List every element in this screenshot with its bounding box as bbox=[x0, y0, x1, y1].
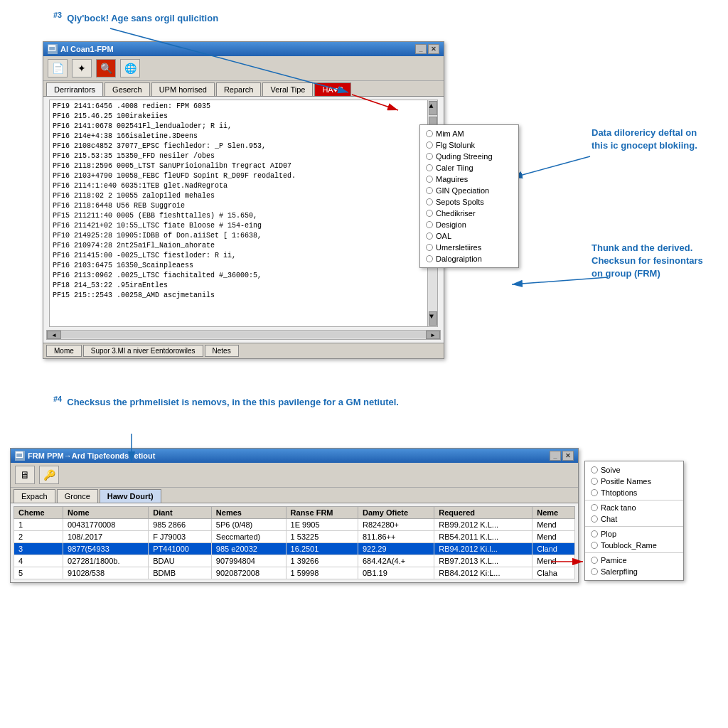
log-area[interactable]: PF19 2141:6456 .4008 redien: FPM 6035 PF… bbox=[49, 100, 438, 327]
file-button[interactable]: 📄 bbox=[48, 59, 68, 77]
window-2-tabs: Expach Gronce Hawv Dourt) bbox=[11, 488, 578, 503]
cell-5-2: BDMB bbox=[149, 567, 212, 579]
log-line-14: PF16 210974:28 2nt25a1Fl_Naion_ahorate bbox=[53, 241, 434, 251]
minimize-button[interactable]: _ bbox=[415, 44, 427, 54]
scrollbar-up-arrow[interactable]: ▲ bbox=[429, 101, 437, 115]
dropdown-1-item-0[interactable]: Mim AM bbox=[420, 128, 518, 139]
dropdown-2-label-1: Positle Names bbox=[601, 477, 651, 486]
dropdown-2-item-4[interactable]: Chat bbox=[585, 513, 683, 525]
window-2-title: FRM PPM→Ard Tipefeonds retiout bbox=[28, 451, 155, 460]
dropdown-1-label-4: Maguires bbox=[436, 175, 468, 183]
bottom-tab-netes[interactable]: Netes bbox=[205, 345, 239, 357]
radio-dot-0 bbox=[426, 130, 433, 137]
annotation-4: #4 Checksus the prhmelisiet is nemovs, i… bbox=[53, 395, 399, 407]
w2-screen-button[interactable]: 🖥 bbox=[15, 466, 35, 484]
tab-upm[interactable]: UPM horrised bbox=[151, 82, 215, 96]
table-row[interactable]: 4 027281/1800b. BDAU 907994804 1 39266 6… bbox=[14, 555, 575, 567]
tab-reparch[interactable]: Reparch bbox=[216, 82, 262, 96]
close-button[interactable]: ✕ bbox=[428, 44, 439, 54]
table-row[interactable]: 1 00431770008 985 2866 5P6 (0/48) 1E 990… bbox=[14, 519, 575, 531]
dropdown-2-label-5: Plop bbox=[601, 530, 616, 538]
dropdown-1-item-10[interactable]: Umersletiires bbox=[420, 242, 518, 253]
h-scrollbar[interactable]: ◄ ► bbox=[46, 330, 441, 340]
window-2-title-left: 🗔 FRM PPM→Ard Tipefeonds retiout bbox=[15, 451, 155, 461]
dropdown-2-label-6: Toublock_Rame bbox=[601, 541, 657, 550]
tab-hap[interactable]: HA♥P bbox=[314, 82, 350, 96]
tab-gronce[interactable]: Gronce bbox=[57, 489, 98, 503]
window-1: 🗔 Al Coan1-FPM _ ✕ 📄 ✦ 🔍 🌐 Derrirantors … bbox=[43, 41, 444, 359]
dropdown-2-item-2[interactable]: Thtoptions bbox=[585, 487, 683, 498]
dropdown-2-item-5[interactable]: Plop bbox=[585, 528, 683, 540]
window-2-controls: _ ✕ bbox=[550, 451, 574, 461]
tab-derrirantors[interactable]: Derrirantors bbox=[46, 82, 103, 96]
window-1-title-left: 🗔 Al Coan1-FPM bbox=[48, 44, 114, 54]
radio-dot-4 bbox=[426, 176, 433, 183]
cell-3-0: 3 bbox=[14, 543, 63, 555]
tab-hawv[interactable]: Hawv Dourt) bbox=[100, 489, 161, 503]
h-scroll-left[interactable]: ◄ bbox=[47, 331, 61, 339]
window-1-controls: _ ✕ bbox=[415, 44, 439, 54]
radio-dot-9 bbox=[426, 232, 433, 240]
dropdown-1-item-3[interactable]: Caler Tiing bbox=[420, 162, 518, 173]
tab-expach[interactable]: Expach bbox=[14, 489, 55, 503]
cell-3-3: 985 e20032 bbox=[211, 543, 286, 555]
cell-1-2: 985 2866 bbox=[149, 519, 212, 531]
cell-2-3: Seccmarted) bbox=[211, 531, 286, 543]
h-scroll-right[interactable]: ► bbox=[426, 331, 440, 339]
table-row-selected[interactable]: 3 9877(54933 PT441000 985 e20032 16.2501… bbox=[14, 543, 575, 555]
dropdown-2-label-4: Chat bbox=[601, 515, 617, 523]
cell-3-1: 9877(54933 bbox=[63, 543, 149, 555]
dropdown-1-label-8: Desigion bbox=[436, 220, 466, 229]
dropdown-2-item-0[interactable]: Soive bbox=[585, 464, 683, 476]
w2-close-button[interactable]: ✕ bbox=[562, 451, 574, 461]
dropdown-1-item-8[interactable]: Desigion bbox=[420, 219, 518, 230]
w2-minimize-button[interactable]: _ bbox=[550, 451, 561, 461]
w2-key-button[interactable]: 🔑 bbox=[39, 466, 59, 484]
dropdown-1-item-11[interactable]: Dalograiption bbox=[420, 253, 518, 264]
log-line-1: PF16 215.46.25 100irakeiies bbox=[53, 112, 434, 122]
dropdown-1-item-4[interactable]: Maguires bbox=[420, 173, 518, 185]
dropdown-1-item-6[interactable]: Sepots Spolts bbox=[420, 196, 518, 208]
dropdown-2-item-8[interactable]: Salerpfling bbox=[585, 566, 683, 577]
radio-dot-d2-7 bbox=[591, 557, 598, 564]
log-container: PF19 2141:6456 .4008 redien: FPM 6035 PF… bbox=[46, 100, 441, 340]
log-line-7: PF16 2103+4790 10058_FEBC fleUFD Sopint … bbox=[53, 171, 434, 181]
dropdown-1-item-5[interactable]: GIN Qpeciation bbox=[420, 185, 518, 196]
cell-1-7: Mend bbox=[532, 519, 575, 531]
bottom-tab-supor[interactable]: Supor 3.Ml a niver Eentdorowiles bbox=[83, 345, 203, 357]
cell-5-3: 9020872008 bbox=[211, 567, 286, 579]
dropdown-1-item-7[interactable]: Chedikriser bbox=[420, 208, 518, 219]
dropdown-1-item-2[interactable]: Quding Streeing bbox=[420, 151, 518, 162]
log-line-9: PF16 2118:02 2 10055 zalopiled mehales bbox=[53, 191, 434, 201]
radio-dot-1 bbox=[426, 141, 433, 149]
dropdown-1-item-1[interactable]: Flg Stolunk bbox=[420, 139, 518, 151]
tab-veral[interactable]: Veral Tipe bbox=[262, 82, 313, 96]
radio-dot-2 bbox=[426, 153, 433, 160]
globe-button[interactable]: 🌐 bbox=[120, 59, 140, 77]
dropdown-1-item-9[interactable]: OAL bbox=[420, 230, 518, 242]
window-2: 🗔 FRM PPM→Ard Tipefeonds retiout _ ✕ 🖥 🔑… bbox=[10, 448, 579, 583]
window-1-toolbar: 📄 ✦ 🔍 🌐 bbox=[43, 56, 444, 81]
cell-5-1: 91028/538 bbox=[63, 567, 149, 579]
dropdown-2-item-6[interactable]: Toublock_Rame bbox=[585, 540, 683, 551]
table-row[interactable]: 2 108/.2017 F J79003 Seccmarted) 1 53225… bbox=[14, 531, 575, 543]
col-requered: Requered bbox=[434, 507, 532, 519]
bottom-tab-mome[interactable]: Mome bbox=[46, 345, 82, 357]
scrollbar-down-arrow[interactable]: ▼ bbox=[429, 311, 437, 326]
dropdown-1-label-11: Dalograiption bbox=[436, 255, 482, 263]
cell-2-4: 1 53225 bbox=[286, 531, 358, 543]
table-row[interactable]: 5 91028/538 BDMB 9020872008 1 59998 0B1.… bbox=[14, 567, 575, 579]
tab-geserch[interactable]: Geserch bbox=[105, 82, 150, 96]
dropdown-1-label-0: Mim AM bbox=[436, 129, 464, 138]
dropdown-2-item-3[interactable]: Rack tano bbox=[585, 502, 683, 513]
cell-4-0: 4 bbox=[14, 555, 63, 567]
dropdown-2-label-7: Pamice bbox=[601, 556, 627, 564]
cell-3-5: 922.29 bbox=[358, 543, 434, 555]
dropdown-2-item-1[interactable]: Positle Names bbox=[585, 476, 683, 487]
cell-1-0: 1 bbox=[14, 519, 63, 531]
radio-dot-d2-5 bbox=[591, 530, 598, 537]
search-button[interactable]: 🔍 bbox=[96, 59, 116, 77]
cell-3-7: Cland bbox=[532, 543, 575, 555]
tree-button[interactable]: ✦ bbox=[72, 59, 92, 77]
dropdown-2-item-7[interactable]: Pamice bbox=[585, 555, 683, 566]
